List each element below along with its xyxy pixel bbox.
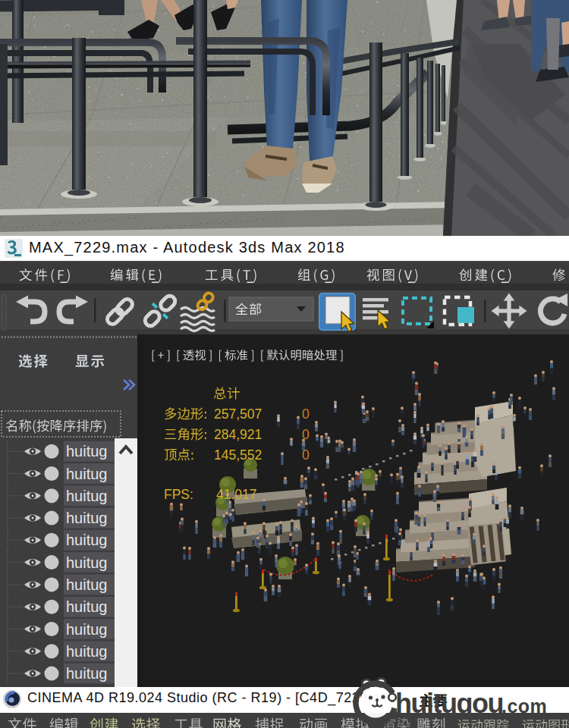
svg-text:huitug: huitug [66, 665, 108, 682]
svg-text:huitugou: huitugou [395, 688, 503, 719]
svg-text:284,921: 284,921 [214, 427, 262, 442]
svg-text:0: 0 [302, 406, 310, 422]
svg-text:huitug: huitug [66, 598, 108, 615]
svg-text:huitug: huitug [66, 621, 108, 638]
svg-text:huitug: huitug [66, 443, 108, 460]
svg-text:257,507: 257,507 [214, 406, 262, 422]
svg-text:.com: .com [501, 695, 547, 717]
svg-text:41.017: 41.017 [216, 487, 257, 502]
svg-text:FPS:: FPS: [164, 487, 193, 502]
svg-text:huitug: huitug [66, 554, 108, 571]
svg-text:huitug: huitug [66, 466, 108, 482]
svg-text:huitug: huitug [66, 532, 108, 548]
svg-text:huitug: huitug [66, 576, 108, 593]
svg-text:huitug: huitug [66, 510, 108, 526]
svg-text:0: 0 [302, 447, 310, 463]
svg-text:145,552: 145,552 [214, 447, 262, 463]
svg-text:0: 0 [302, 427, 310, 442]
svg-text:huitug: huitug [66, 488, 108, 504]
svg-text:huitug: huitug [66, 643, 108, 660]
